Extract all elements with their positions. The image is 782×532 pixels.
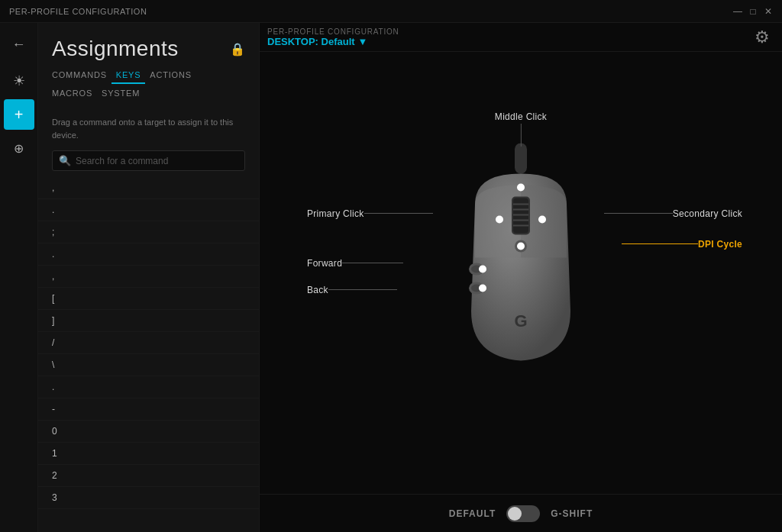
panel-header: Assignments 🔒 <box>38 23 259 67</box>
svg-point-20 <box>517 242 525 250</box>
lighting-btn[interactable]: ☀ <box>4 66 34 96</box>
main-topbar: PER-PROFILE CONFIGURATION DESKTOP: Defau… <box>260 23 782 52</box>
svg-text:G: G <box>514 311 527 330</box>
tab-row-1: COMMANDS KEYS ACTIONS <box>38 67 259 84</box>
drag-hint: Drag a command onto a target to assign i… <box>38 108 259 147</box>
tab-actions[interactable]: ACTIONS <box>145 67 196 84</box>
minimize-btn[interactable]: — <box>733 7 742 16</box>
tab-macros[interactable]: MACROS <box>52 85 97 101</box>
settings-btn[interactable]: ⚙ <box>755 27 770 47</box>
mouse-diagram: G Middle Click <box>292 90 750 456</box>
primary-click-label: Primary Click <box>307 208 433 219</box>
list-item[interactable]: ; <box>38 221 259 243</box>
list-item[interactable]: 3 <box>38 487 259 509</box>
default-label: DEFAULT <box>449 508 496 519</box>
plus-icon: + <box>15 106 24 124</box>
list-item[interactable]: / <box>38 332 259 354</box>
svg-point-17 <box>517 183 525 191</box>
tab-system[interactable]: SYSTEM <box>97 85 144 101</box>
forward-label: Forward <box>307 258 403 269</box>
list-item[interactable]: . <box>38 199 259 221</box>
list-item[interactable]: \ <box>38 354 259 376</box>
main-area: PER-PROFILE CONFIGURATION DESKTOP: Defau… <box>260 23 782 532</box>
panel-title: Assignments <box>52 37 179 61</box>
dpi-cycle-text: DPI Cycle <box>698 239 742 250</box>
panel: Assignments 🔒 COMMANDS KEYS ACTIONS MACR… <box>38 23 260 532</box>
back-text: Back <box>307 285 328 295</box>
app-layout: ← ☀ + ⊕ Assignments 🔒 COMMANDS KEYS ACTI… <box>0 23 782 532</box>
list-item[interactable]: . <box>38 243 259 266</box>
tab-keys[interactable]: KEYS <box>111 67 146 84</box>
svg-point-19 <box>479 284 486 292</box>
list-item[interactable]: 1 <box>38 443 259 465</box>
profile-name-btn[interactable]: DESKTOP: Default ▼ <box>267 36 399 47</box>
primary-click-text: Primary Click <box>307 208 364 219</box>
profile-selector: PER-PROFILE CONFIGURATION DESKTOP: Defau… <box>267 27 399 47</box>
mouse-canvas: G Middle Click <box>260 52 782 494</box>
sun-icon: ☀ <box>13 73 25 89</box>
forward-text: Forward <box>307 258 342 269</box>
list-item[interactable]: , <box>38 177 259 199</box>
svg-point-16 <box>538 215 546 223</box>
search-box: 🔍 <box>52 150 245 171</box>
restore-btn[interactable]: □ <box>748 7 758 16</box>
back-button[interactable]: ← <box>4 29 34 60</box>
icon-sidebar: ← ☀ + ⊕ <box>0 23 38 532</box>
middle-click-label: Middle Click <box>495 111 547 147</box>
crosshair-icon: ⊕ <box>14 141 24 156</box>
add-btn[interactable]: + <box>4 99 34 130</box>
mouse-svg: G <box>452 143 590 379</box>
dropdown-icon: ▼ <box>358 36 368 47</box>
secondary-click-text: Secondary Click <box>673 208 742 219</box>
svg-point-15 <box>496 215 503 223</box>
search-icon: 🔍 <box>59 155 71 166</box>
search-input[interactable] <box>76 156 238 166</box>
list-item[interactable]: ] <box>38 310 259 332</box>
config-label: PER-PROFILE CONFIGURATION <box>267 27 399 36</box>
title-bar-controls: — □ ✕ <box>733 7 773 16</box>
secondary-click-label: Secondary Click <box>604 208 742 219</box>
list-item[interactable]: - <box>38 398 259 421</box>
list-item[interactable]: , <box>38 266 259 288</box>
lock-icon: 🔒 <box>230 42 245 56</box>
key-list: , . ; . , [ ] / \ . - 0 1 2 3 <box>38 177 259 532</box>
toggle-knob <box>508 507 522 521</box>
dpi-cycle-label: DPI Cycle <box>622 239 742 250</box>
list-item[interactable]: 0 <box>38 421 259 443</box>
gshift-label: G-SHIFT <box>551 508 593 519</box>
middle-click-text: Middle Click <box>495 111 547 122</box>
title-bar-text: PER-PROFILE CONFIGURATION <box>9 7 147 16</box>
list-item[interactable]: [ <box>38 288 259 310</box>
list-item[interactable]: . <box>38 376 259 398</box>
toggle-switch[interactable] <box>506 505 540 522</box>
title-bar: PER-PROFILE CONFIGURATION — □ ✕ <box>0 0 782 23</box>
svg-point-18 <box>479 265 486 272</box>
bottom-bar: DEFAULT G-SHIFT <box>260 494 782 532</box>
tab-commands[interactable]: COMMANDS <box>52 67 111 84</box>
svg-rect-0 <box>515 143 527 173</box>
profile-name-text: DESKTOP: Default <box>267 36 355 47</box>
back-label: Back <box>307 285 397 295</box>
list-item[interactable]: 2 <box>38 465 259 487</box>
tab-row-2: MACROS SYSTEM <box>38 84 259 108</box>
close-btn[interactable]: ✕ <box>764 7 773 16</box>
dpi-btn[interactable]: ⊕ <box>4 133 34 163</box>
